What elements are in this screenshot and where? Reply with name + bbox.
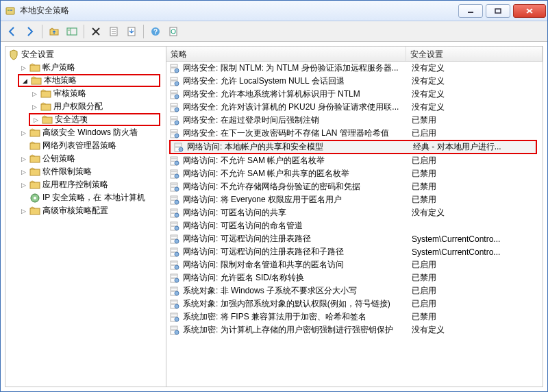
svg-rect-78 bbox=[171, 174, 175, 175]
up-folder-button[interactable] bbox=[46, 23, 62, 40]
folder-icon bbox=[29, 62, 40, 73]
show-hide-tree-button[interactable] bbox=[64, 23, 80, 40]
list-row[interactable]: 网络访问: 允许匿名 SID/名称转换已禁用 bbox=[166, 271, 543, 284]
policy-setting: 已启用 bbox=[409, 155, 540, 167]
list-row[interactable]: 网络安全: 在下一次更改密码时不存储 LAN 管理器哈希值已启用 bbox=[166, 127, 543, 140]
expand-icon[interactable]: ▷ bbox=[19, 168, 27, 176]
list-row[interactable]: 网络访问: 可匿名访问的共享没有定义 bbox=[166, 206, 543, 219]
svg-rect-29 bbox=[30, 156, 40, 162]
svg-rect-122 bbox=[171, 290, 177, 291]
tree-item-accounts[interactable]: ▷ 帐户策略 bbox=[18, 61, 166, 74]
policy-setting: 已禁用 bbox=[409, 114, 540, 126]
svg-rect-36 bbox=[171, 66, 177, 66]
minimize-button[interactable] bbox=[458, 4, 483, 18]
column-header-policy[interactable]: 策略 bbox=[166, 47, 406, 61]
expand-icon[interactable]: ▷ bbox=[30, 103, 38, 111]
tree-item-audit[interactable]: ▷ 审核策略 bbox=[29, 87, 166, 100]
tree-item-restrict[interactable]: ▷ 软件限制策略 bbox=[18, 165, 166, 178]
properties-button[interactable] bbox=[105, 23, 122, 40]
list-row[interactable]: 网络访问: 本地帐户的共享和安全模型经典 - 对本地用户进行... bbox=[169, 140, 537, 154]
forward-button[interactable] bbox=[22, 23, 38, 40]
window-controls bbox=[457, 4, 547, 18]
export-button[interactable] bbox=[123, 23, 140, 40]
tree-label: 安全设置 bbox=[21, 49, 54, 60]
svg-rect-25 bbox=[41, 104, 51, 110]
tree-label: 应用程序控制策略 bbox=[42, 179, 108, 191]
svg-rect-123 bbox=[171, 291, 175, 292]
collapse-icon[interactable]: ◢ bbox=[21, 77, 29, 85]
list-row[interactable]: 系统对象: 非 Windows 子系统不要求区分大小写已启用 bbox=[166, 284, 543, 297]
policy-name: 网络安全: 限制 NTLM: 为 NTLM 身份验证添加远程服务器... bbox=[183, 62, 409, 74]
list-row[interactable]: 系统对象: 加强内部系统对象的默认权限(例如，符号链接)已启用 bbox=[166, 297, 543, 310]
maximize-button[interactable] bbox=[486, 4, 510, 18]
expand-icon[interactable]: ▷ bbox=[19, 129, 27, 137]
back-button[interactable] bbox=[4, 23, 21, 40]
list-row[interactable]: 网络安全: 允许 LocalSystem NULL 会话回退没有定义 bbox=[166, 75, 543, 88]
list-row[interactable]: 网络安全: 在超过登录时间后强制注销已禁用 bbox=[166, 114, 543, 127]
tree-item-advaudit[interactable]: ▷ 高级审核策略配置 bbox=[18, 204, 166, 217]
expand-icon[interactable]: ▷ bbox=[32, 116, 40, 124]
list-row[interactable]: 网络访问: 可远程访问的注册表路径System\CurrentContro... bbox=[166, 232, 543, 245]
policy-name: 网络安全: 在超过登录时间后强制注销 bbox=[183, 114, 409, 126]
ipsec-icon bbox=[29, 193, 40, 204]
policy-setting: 已禁用 bbox=[409, 194, 540, 206]
delete-button[interactable] bbox=[88, 23, 104, 40]
svg-rect-24 bbox=[41, 91, 51, 97]
tree-item-ipsec[interactable]: IP 安全策略，在 本地计算机 bbox=[18, 191, 166, 204]
policy-name: 系统加密: 为计算机上存储的用户密钥强制进行强密钥保护 bbox=[183, 324, 409, 336]
tree-item-rights[interactable]: ▷ 用户权限分配 bbox=[29, 100, 166, 113]
svg-rect-77 bbox=[171, 173, 177, 173]
column-header-setting[interactable]: 安全设置 bbox=[406, 47, 543, 61]
list-row[interactable]: 网络安全: 允许本地系统将计算机标识用于 NTLM没有定义 bbox=[166, 88, 543, 101]
expand-icon[interactable]: ▷ bbox=[19, 155, 27, 163]
list-row[interactable]: 网络访问: 不允许 SAM 帐户的匿名枚举已启用 bbox=[166, 154, 543, 167]
list-row[interactable]: 网络安全: 限制 NTLM: 为 NTLM 身份验证添加远程服务器...没有定义 bbox=[166, 62, 543, 75]
svg-rect-96 bbox=[171, 223, 177, 224]
svg-rect-83 bbox=[171, 187, 175, 188]
svg-point-49 bbox=[175, 95, 179, 99]
tree-pane[interactable]: 安全设置 ▷ 帐户策略 bbox=[5, 47, 166, 387]
policy-item-icon bbox=[169, 234, 180, 245]
tree-item-pubkey[interactable]: ▷ 公钥策略 bbox=[18, 152, 166, 165]
tree-root[interactable]: 安全设置 bbox=[7, 48, 166, 61]
tree-item-security-options[interactable]: ▷ 安全选项 bbox=[29, 113, 160, 126]
expand-icon[interactable]: ▷ bbox=[19, 207, 27, 215]
policy-name: 网络访问: 可匿名访问的命名管道 bbox=[183, 220, 409, 232]
policy-setting: 没有定义 bbox=[409, 88, 540, 100]
policy-item-icon bbox=[169, 247, 180, 258]
help-button[interactable]: ? bbox=[147, 23, 164, 40]
list-row[interactable]: 系统加密: 为计算机上存储的用户密钥强制进行强密钥保护没有定义 bbox=[166, 323, 543, 336]
svg-point-124 bbox=[175, 291, 179, 295]
list-row[interactable]: 网络访问: 可匿名访问的命名管道 bbox=[166, 219, 543, 232]
list-row[interactable]: 网络访问: 可远程访问的注册表路径和子路径System\CurrentContr… bbox=[166, 245, 543, 258]
tree-item-firewall[interactable]: ▷ 高级安全 Windows 防火墙 bbox=[18, 126, 166, 139]
leaf-icon bbox=[19, 142, 27, 150]
list-row[interactable]: 网络访问: 不允许 SAM 帐户和共享的匿名枚举已禁用 bbox=[166, 167, 543, 180]
titlebar[interactable]: 本地安全策略 bbox=[1, 1, 547, 21]
tree-item-local-policies[interactable]: ◢ 本地策略 bbox=[18, 74, 160, 87]
list-body[interactable]: 网络安全: 限制 NTLM: 为 NTLM 身份验证添加远程服务器...没有定义… bbox=[166, 62, 543, 387]
list-row[interactable]: 网络访问: 将 Everyone 权限应用于匿名用户已禁用 bbox=[166, 193, 543, 206]
expand-icon[interactable]: ▷ bbox=[19, 181, 27, 189]
policy-setting: 已启用 bbox=[409, 127, 540, 139]
tree-item-netlist[interactable]: 网络列表管理器策略 bbox=[18, 139, 166, 152]
svg-point-54 bbox=[175, 108, 179, 112]
policy-name: 网络访问: 将 Everyone 权限应用于匿名用户 bbox=[183, 194, 409, 206]
svg-rect-132 bbox=[171, 316, 177, 317]
svg-rect-63 bbox=[171, 134, 175, 134]
expand-icon[interactable]: ▷ bbox=[30, 90, 38, 98]
policy-name: 网络访问: 允许匿名 SID/名称转换 bbox=[183, 272, 409, 284]
close-button[interactable] bbox=[513, 4, 546, 18]
list-row[interactable]: 网络访问: 限制对命名管道和共享的匿名访问已启用 bbox=[166, 258, 543, 271]
svg-point-109 bbox=[175, 252, 179, 256]
list-row[interactable]: 系统加密: 将 FIPS 兼容算法用于加密、哈希和签名已禁用 bbox=[166, 310, 543, 323]
list-row[interactable]: 网络访问: 不允许存储网络身份验证的密码和凭据已禁用 bbox=[166, 180, 543, 193]
svg-rect-61 bbox=[171, 131, 177, 132]
expand-icon[interactable]: ▷ bbox=[19, 64, 27, 72]
svg-rect-42 bbox=[171, 80, 177, 81]
tree-item-appctrl[interactable]: ▷ 应用程序控制策略 bbox=[18, 178, 166, 191]
svg-rect-31 bbox=[30, 182, 40, 188]
refresh-button[interactable] bbox=[165, 23, 182, 40]
list-row[interactable]: 网络安全: 允许对该计算机的 PKU2U 身份验证请求使用联...没有定义 bbox=[166, 101, 543, 114]
svg-rect-82 bbox=[171, 186, 177, 186]
